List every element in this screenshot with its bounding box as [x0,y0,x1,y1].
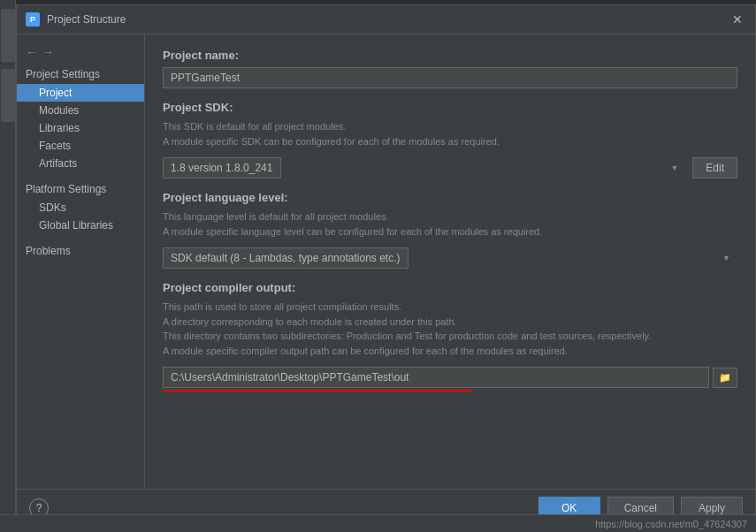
red-annotation-line [163,390,472,391]
sidebar-tab-2 [1,69,15,122]
output-path-row: 📁 [163,367,737,388]
status-url: https://blog.csdn.net/m0_47624307 [595,519,747,529]
nav-item-facets[interactable]: Facets [17,137,144,155]
nav-separator [17,172,144,179]
language-select[interactable]: SDK default (8 - Lambdas, type annotatio… [163,247,409,269]
project-name-input[interactable] [163,67,737,88]
compiler-output-label: Project compiler output: [163,281,737,294]
compiler-desc-line3: This directory contains two subdirectori… [163,329,737,344]
nav-item-global-libraries[interactable]: Global Libraries [17,217,144,234]
sdk-row: 1.8 version 1.8.0_241 Edit [163,157,737,179]
project-settings-header[interactable]: Project Settings [17,65,144,84]
sidebar-tab-1 [1,9,15,62]
nav-item-sdks[interactable]: SDKs [17,199,144,217]
language-desc: This language level is default for all p… [163,209,737,239]
sdk-label: Project SDK: [163,101,737,114]
problems-header[interactable]: Problems [17,241,144,261]
compiler-desc-line1: This path is used to store all project c… [163,300,737,315]
nav-item-artifacts[interactable]: Artifacts [17,155,144,172]
nav-separator-2 [17,234,144,241]
sdk-desc-line2: A module specific SDK can be configured … [163,134,737,149]
compiler-desc: This path is used to store all project c… [163,300,737,358]
dialog-title: P Project Structure [26,12,126,27]
output-path-input[interactable] [163,367,709,388]
nav-item-libraries[interactable]: Libraries [17,119,144,137]
compiler-desc-line4: A module specific compiler output path c… [163,344,737,359]
language-desc-line2: A module specific language level can be … [163,224,737,239]
title-icon: P [26,12,40,27]
close-button[interactable]: ✕ [729,11,746,28]
compiler-desc-line2: A directory corresponding to each module… [163,315,737,330]
language-level-label: Project language level: [163,191,737,204]
dialog-titlebar: P Project Structure ✕ [17,5,755,34]
nav-item-project[interactable]: Project [17,84,144,102]
platform-settings-header[interactable]: Platform Settings [17,179,144,199]
sdk-select-wrapper: 1.8 version 1.8.0_241 [163,157,685,179]
sdk-desc-line1: This SDK is default for all project modu… [163,119,737,134]
folder-button[interactable]: 📁 [713,368,737,388]
language-desc-line1: This language level is default for all p… [163,209,737,224]
forward-arrow[interactable]: → [42,45,54,59]
sdk-select[interactable]: 1.8 version 1.8.0_241 [163,157,281,179]
project-structure-dialog: P Project Structure ✕ ← → Project Settin… [16,4,756,528]
edit-button[interactable]: Edit [692,157,737,179]
left-sidebar [0,0,16,532]
main-content: Project name: Project SDK: This SDK is d… [145,34,755,489]
nav-item-modules[interactable]: Modules [17,102,144,119]
dialog-body: ← → Project Settings Project Modules Lib… [17,34,755,489]
language-select-wrapper: SDK default (8 - Lambdas, type annotatio… [163,247,737,269]
status-bar: https://blog.csdn.net/m0_47624307 [0,514,756,532]
project-name-label: Project name: [163,49,737,62]
sdk-desc: This SDK is default for all project modu… [163,119,737,148]
left-panel: ← → Project Settings Project Modules Lib… [17,34,145,489]
nav-arrows: ← → [17,42,144,65]
back-arrow[interactable]: ← [26,45,38,59]
dialog-title-text: Project Structure [47,13,126,26]
